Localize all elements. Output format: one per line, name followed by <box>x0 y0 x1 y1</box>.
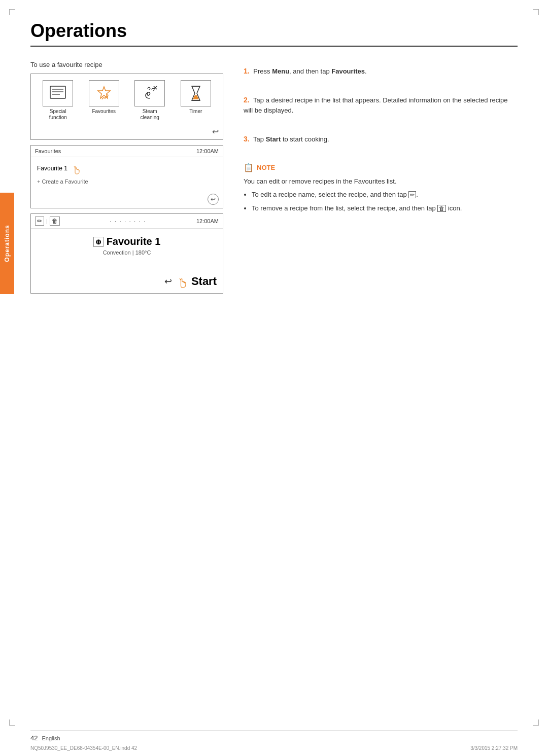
recipe-bookmark-icon: ⊕ <box>93 237 104 247</box>
print-date: 3/3/2015 2:27:32 PM <box>470 745 518 751</box>
step-3: 3. Tap Start to start cooking. <box>244 134 518 145</box>
footer-content: 42 English <box>30 734 518 742</box>
screen2-add: + Create a Favourite <box>37 176 217 187</box>
printer-info: NQ50J9530_EE_DE68-04354E-00_EN.indd 42 3… <box>30 745 518 751</box>
note-bullet-1: To edit a recipe name, select the recipe… <box>252 190 518 200</box>
step-1-text: 1. Press Menu, and then tap Favourites. <box>244 66 518 77</box>
note-bullets: To edit a recipe name, select the recipe… <box>252 190 518 214</box>
delete-icon-inline: 🗑 <box>437 205 446 212</box>
edit-pencil-icon: ✏ <box>35 217 44 226</box>
corner-mark-tr <box>533 9 539 15</box>
left-column: To use a favourite recipe <box>30 61 223 299</box>
page-number: 42 <box>30 734 38 742</box>
back-circle-2: ↩ <box>208 194 219 205</box>
main-content: Operations To use a favourite recipe <box>30 20 518 299</box>
step-1: 1. Press Menu, and then tap Favourites. <box>244 66 518 77</box>
icon-box-steam-cleaning <box>134 80 165 106</box>
steam-cleaning-icon <box>141 84 159 102</box>
corner-mark-br <box>533 719 539 726</box>
step-1-bold-menu: Menu <box>272 67 289 75</box>
recipe-sub: Convection | 180°C <box>37 249 217 256</box>
right-column: 1. Press Menu, and then tap Favourites. … <box>244 61 518 217</box>
section-subtitle: To use a favourite recipe <box>30 61 223 68</box>
start-tap-cursor-icon <box>176 275 189 288</box>
screen3-edit-icons: ✏ | 🗑 <box>35 217 60 226</box>
note-section: 📋 NOTE You can edit or remove recipes in… <box>244 163 518 214</box>
note-label: NOTE <box>257 164 275 171</box>
printer-file: NQ50J9530_EE_DE68-04354E-00_EN.indd 42 <box>30 745 137 751</box>
footer-rule <box>30 731 518 731</box>
start-button-label: Start <box>191 275 217 288</box>
icon-box-special-function <box>43 80 73 106</box>
corner-mark-bl <box>9 719 15 726</box>
divider: | <box>46 218 48 224</box>
footer-left: 42 English <box>30 734 60 742</box>
note-header: 📋 NOTE <box>244 163 518 172</box>
screen2-header: Favourites 12:00AM <box>31 146 223 157</box>
screen1-back-row: ↩ <box>31 125 223 139</box>
step-2-num: 2. <box>244 96 250 104</box>
screen3-dots: · · · · · · · · <box>110 219 147 224</box>
tap-cursor-icon <box>71 163 82 174</box>
step-2-text: 2. Tap a desired recipe in the list that… <box>244 95 518 116</box>
note-bullet-2: To remove a recipe from the list, select… <box>252 203 518 214</box>
back-arrow-3: ↩ <box>164 276 172 287</box>
screen-mockup-2: Favourites 12:00AM Favourite 1 + Create … <box>30 145 223 208</box>
screen3-header: ✏ | 🗑 · · · · · · · · 12:00AM <box>31 214 223 229</box>
title-rule <box>30 46 518 47</box>
step-3-text: 3. Tap Start to start cooking. <box>244 134 518 145</box>
screen2-body: Favourite 1 + Create a Favourite <box>31 157 223 191</box>
recipe-title: ⊕ Favourite 1 <box>37 236 217 247</box>
page-lang: English <box>42 735 60 741</box>
menu-item-special-function: Specialfunction <box>40 80 76 121</box>
corner-mark-tl <box>9 9 15 15</box>
screen3-footer: ↩ Start <box>31 271 223 293</box>
screen-mockup-1: Specialfunction Favourites <box>30 74 223 140</box>
screen2-footer: ↩ <box>31 191 223 208</box>
icon-box-favourites <box>89 80 119 106</box>
step-3-num: 3. <box>244 135 250 143</box>
step-2: 2. Tap a desired recipe in the list that… <box>244 95 518 116</box>
menu-item-steam-cleaning: Steamcleaning <box>131 80 168 121</box>
steam-cleaning-label: Steamcleaning <box>141 109 159 121</box>
delete-bin-icon: 🗑 <box>50 217 60 226</box>
special-function-label: Specialfunction <box>49 109 67 121</box>
screen-mockup-3: ✏ | 🗑 · · · · · · · · 12:00AM ⊕ Favourit… <box>30 213 223 294</box>
icon-box-timer <box>181 80 211 106</box>
step-1-bold-favourites: Favourites <box>331 67 365 75</box>
svg-rect-0 <box>50 86 65 98</box>
sidebar-label: Operations <box>4 225 11 262</box>
menu-item-favourites: Favourites <box>86 80 122 115</box>
sidebar-operations: Operations <box>0 193 14 294</box>
screen3-time: 12:00AM <box>196 218 219 224</box>
special-function-icon <box>49 84 67 102</box>
timer-icon <box>187 84 205 102</box>
menu-item-timer: Timer <box>178 80 214 115</box>
start-btn-area: Start <box>176 275 217 288</box>
screen2-title: Favourites <box>35 148 61 154</box>
favourites-icon <box>95 84 113 102</box>
svg-marker-4 <box>98 87 110 98</box>
step-1-num: 1. <box>244 67 250 75</box>
favourites-label: Favourites <box>92 109 116 115</box>
edit-icon-inline: ✏ <box>408 191 416 198</box>
screen2-favourite1: Favourite 1 <box>37 161 217 176</box>
two-col-layout: To use a favourite recipe <box>30 61 518 299</box>
note-document-icon: 📋 <box>244 163 254 172</box>
screen1-icons-row: Specialfunction Favourites <box>31 74 223 125</box>
page-title: Operations <box>30 20 518 42</box>
note-intro: You can edit or remove recipes in the Fa… <box>244 176 518 187</box>
step-3-bold-start: Start <box>266 135 281 143</box>
back-arrow-1: ↩ <box>212 127 219 136</box>
screen3-body: ⊕ Favourite 1 Convection | 180°C <box>31 229 223 271</box>
timer-label: Timer <box>189 109 202 115</box>
screen2-time: 12:00AM <box>196 148 219 154</box>
footer: 42 English <box>30 731 518 742</box>
note-body: You can edit or remove recipes in the Fa… <box>244 176 518 214</box>
